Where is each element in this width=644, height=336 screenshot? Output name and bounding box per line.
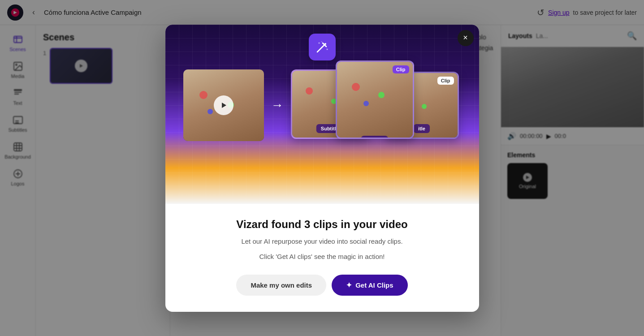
get-ai-clips-label: Get AI Clips [355,281,393,289]
clips-modal: × [165,25,479,312]
modal-actions: Make my own edits ✦ Get AI Clips [183,275,461,296]
output-clip-2: Clip Subtitle [336,60,414,139]
source-play-icon [214,95,233,115]
ai-clips-icon: ✦ [346,281,352,289]
clip-2-badge: Clip [393,65,409,73]
modal-close-button[interactable]: × [458,30,474,46]
output-clips: Clip Subtitle Clip Subtitle [291,60,461,150]
modal-subtitle-line2: Click 'Get AI clips' see the magic in ac… [183,251,461,262]
svg-point-6 [324,43,326,45]
close-icon: × [463,33,468,43]
source-clip [183,69,264,141]
modal-illustration: → Clip Subtitle [165,25,479,204]
modal-wand-icon [309,34,336,60]
modal-title: Vizard found 3 clips in your video [183,218,461,231]
clip-3-subtitle: itle [414,124,430,133]
modal-subtitle-line1: Let our AI repurpose your video into soc… [183,236,461,247]
modal-overlay: × [0,0,644,336]
get-ai-clips-button[interactable]: ✦ Get AI Clips [332,275,407,296]
svg-point-7 [318,42,320,43]
modal-body: Vizard found 3 clips in your video Let o… [165,204,479,312]
svg-point-8 [326,48,328,50]
arrow-icon: → [271,98,284,112]
svg-point-9 [321,41,322,42]
make-own-edits-button[interactable]: Make my own edits [236,275,326,296]
clips-container: → Clip Subtitle [165,60,479,150]
clip-3-badge: Clip [437,77,454,85]
clip-2-subtitle-bottom: Subtitle [361,136,388,139]
